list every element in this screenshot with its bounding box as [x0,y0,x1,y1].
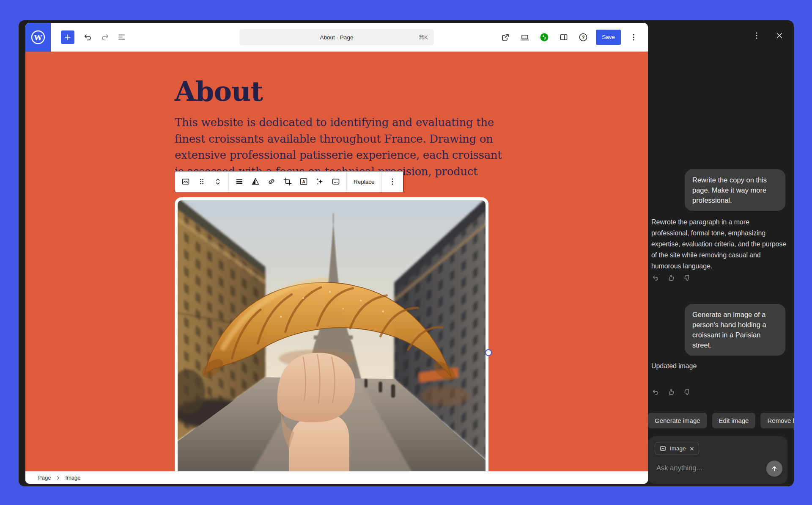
paragraph-line: finest croissants available throughout F… [175,131,502,147]
duotone-icon [250,177,261,187]
image-attachment-chip[interactable]: Image [655,442,699,455]
assistant-message: Updated image [651,361,788,372]
thumbs-down-icon [683,273,691,282]
external-link-icon [500,32,510,42]
send-button[interactable] [766,461,782,477]
undo-icon [83,32,93,42]
view-site-button[interactable] [497,29,514,46]
panel-options-button[interactable] [748,27,765,44]
crop-icon [283,177,293,187]
undo-icon [651,388,660,397]
ask-anything-input[interactable] [656,464,754,472]
editor-options-button[interactable] [625,29,642,46]
assistant-message: Rewrote the paragraph in a more professi… [651,217,788,272]
thumbs-down-button[interactable] [683,388,691,398]
image-resize-handle[interactable] [485,349,492,356]
drag-handle[interactable] [194,171,210,192]
app-window: W About · Page ⌘K [19,20,794,486]
align-icon [234,177,244,187]
jetpack-icon [539,32,549,42]
list-view-icon [117,32,127,42]
move-block-buttons[interactable] [210,171,226,192]
settings-panel-toggle[interactable] [555,29,572,46]
remove-background-button[interactable]: Remove b [760,413,794,428]
replace-button[interactable]: Replace [347,171,381,192]
save-button[interactable]: Save [596,30,621,45]
ellipsis-vertical-icon [752,31,761,40]
align-button[interactable] [231,171,247,192]
block-breadcrumb: Page Image [25,471,648,484]
thumbs-down-button[interactable] [683,273,691,284]
link-icon [266,177,277,187]
paragraph-line: This website is dedicated to identifying… [175,114,502,131]
image-block[interactable] [175,197,488,471]
regenerate-button[interactable] [651,273,660,284]
ai-assistant-button[interactable] [312,171,328,192]
document-bar[interactable]: About · Page ⌘K [239,29,434,45]
arrow-up-icon [770,464,779,473]
thumbs-down-icon [683,388,691,397]
document-overview-button[interactable] [113,29,130,46]
redo-icon [100,32,110,42]
image-icon [181,177,191,187]
svg-text:W: W [33,33,42,41]
undo-button[interactable] [80,29,96,46]
suggestion-buttons: Generate image Edit image Remove b [648,413,794,428]
undo-icon [651,273,660,282]
device-preview-button[interactable] [516,29,533,46]
thumbs-up-button[interactable] [667,273,676,284]
document-title: About · Page [320,34,354,41]
drag-handle-icon [197,177,207,187]
help-button[interactable]: ? [575,29,592,46]
ellipsis-vertical-icon [628,32,639,42]
ai-assistant-panel: Rewrite the copy on this page. Make it w… [648,20,794,486]
alt-text-button[interactable]: A [296,171,312,192]
command-shortcut: ⌘K [418,34,428,41]
caption-icon [331,177,341,187]
wordpress-editor: W About · Page ⌘K [25,23,648,484]
close-icon [775,31,784,40]
chevron-right-icon [55,475,61,481]
svg-text:A: A [302,179,305,184]
text-in-box-icon: A [299,177,309,187]
paragraph-line: extensive professional patisserie experi… [175,147,502,163]
chip-label: Image [670,445,686,452]
image-block-type-button[interactable] [178,171,194,192]
jetpack-button[interactable] [536,29,553,46]
breadcrumb-page[interactable]: Page [38,475,51,481]
desktop-frame: W About · Page ⌘K [0,0,812,505]
page-title-heading[interactable]: About [175,75,263,107]
generate-image-button[interactable]: Generate image [648,413,707,428]
laptop-icon [520,32,530,42]
message-actions [651,273,691,284]
help-icon: ? [578,32,588,42]
plus-icon [63,33,72,42]
edit-image-button[interactable]: Edit image [712,413,756,428]
message-actions [651,388,691,398]
editor-top-bar: W About · Page ⌘K [25,23,648,52]
block-inserter-button[interactable] [61,30,74,44]
croissant-photo [178,200,486,471]
ellipsis-vertical-icon [387,177,398,187]
regenerate-button[interactable] [651,388,660,398]
block-options-button[interactable] [384,171,401,192]
chat-composer[interactable]: Image [648,436,787,484]
duotone-filter-button[interactable] [247,171,263,192]
page-canvas: About This website is dedicated to ident… [25,52,648,471]
sparkles-icon [315,177,325,187]
wordpress-logo[interactable]: W [25,23,51,52]
remove-attachment-icon[interactable] [689,446,694,451]
thumbs-up-icon [667,388,676,397]
user-message: Generate an image of a person's hand hol… [685,304,785,356]
redo-button[interactable] [96,29,113,46]
svg-text:?: ? [582,35,585,40]
close-panel-button[interactable] [771,27,788,44]
link-button[interactable] [263,171,280,192]
page-paragraph[interactable]: This website is dedicated to identifying… [175,114,502,179]
thumbs-up-button[interactable] [667,388,676,398]
image-block-toolbar: A Replace [175,171,403,192]
caption-button[interactable] [328,171,344,192]
thumbs-up-icon [667,273,676,282]
crop-button[interactable] [280,171,296,192]
breadcrumb-image[interactable]: Image [65,475,80,481]
